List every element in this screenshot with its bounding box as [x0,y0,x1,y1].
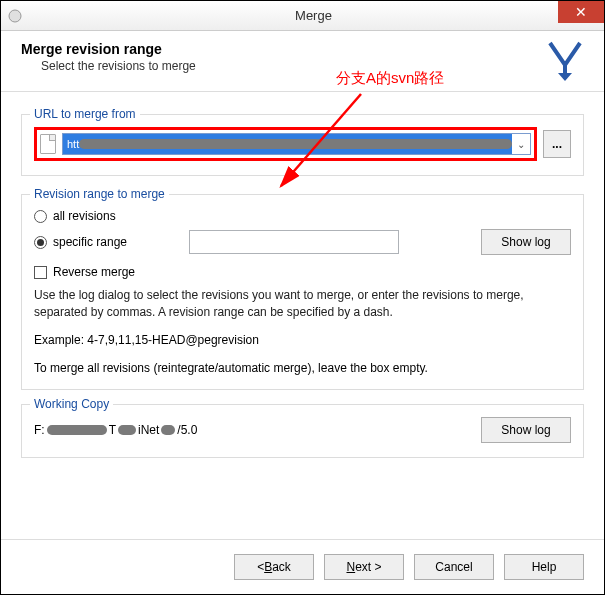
wc-mid: T [109,423,116,437]
wizard-footer: < Back Next > Cancel Help [1,539,604,594]
reverse-merge-checkbox[interactable]: Reverse merge [34,265,571,279]
revision-group-label: Revision range to merge [30,187,169,201]
wc-suffix: iNet [138,423,159,437]
specific-range-radio[interactable]: specific range [34,235,127,249]
url-value: htt [63,134,512,154]
url-combobox[interactable]: htt ⌄ [62,133,531,155]
radio-icon [34,210,47,223]
annotation-label: 分支A的svn路径 [336,69,444,88]
wc-prefix: F: [34,423,45,437]
close-icon: ✕ [575,4,587,20]
example-text: Example: 4-7,9,11,15-HEAD@pegrevision [34,333,571,347]
url-redacted [79,139,512,149]
close-button[interactable]: ✕ [558,1,604,23]
all-revisions-label: all revisions [53,209,116,223]
revision-range-group: Revision range to merge all revisions sp… [21,194,584,390]
wc-show-log-button[interactable]: Show log [481,417,571,443]
show-log-button[interactable]: Show log [481,229,571,255]
titlebar: Merge ✕ [1,1,604,31]
reverse-merge-label: Reverse merge [53,265,135,279]
content-area: URL to merge from htt ⌄ ... Revision ran… [1,92,604,539]
back-button[interactable]: < Back [234,554,314,580]
working-copy-label: Working Copy [30,397,113,411]
next-button[interactable]: Next > [324,554,404,580]
revision-range-input[interactable] [189,230,399,254]
page-subtitle: Select the revisions to merge [41,59,584,73]
chevron-down-icon[interactable]: ⌄ [512,139,530,150]
merge-logo-icon [546,39,584,85]
wc-tail: /5.0 [177,423,197,437]
cancel-button[interactable]: Cancel [414,554,494,580]
radio-icon [34,236,47,249]
wizard-header: Merge revision range Select the revision… [1,31,604,92]
browse-button[interactable]: ... [543,130,571,158]
window-title: Merge [23,8,604,23]
checkbox-icon [34,266,47,279]
url-highlight-box: htt ⌄ [34,127,537,161]
empty-hint-text: To merge all revisions (reintegrate/auto… [34,361,571,375]
wc-redacted [161,425,175,435]
wc-redacted [118,425,136,435]
page-title: Merge revision range [21,41,584,57]
all-revisions-radio[interactable]: all revisions [34,209,571,223]
file-icon [40,134,56,154]
help-text: Use the log dialog to select the revisio… [34,287,571,321]
wc-redacted [47,425,107,435]
url-group: URL to merge from htt ⌄ ... [21,114,584,176]
url-prefix: htt [67,138,79,150]
working-copy-group: Working Copy F: T iNet /5.0 Show log [21,404,584,458]
app-icon [7,8,23,24]
working-copy-path: F: T iNet /5.0 [34,423,197,437]
help-button[interactable]: Help [504,554,584,580]
url-group-label: URL to merge from [30,107,140,121]
svg-point-0 [9,10,21,22]
specific-range-label: specific range [53,235,127,249]
